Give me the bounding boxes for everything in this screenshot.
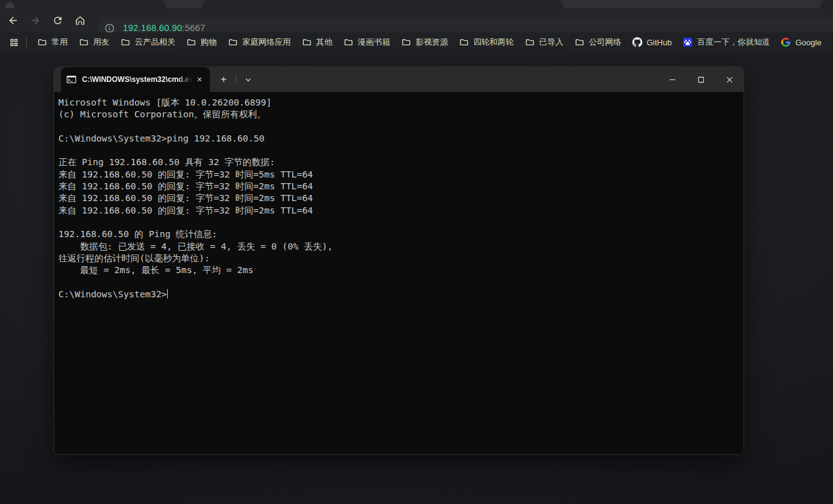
bookmark-baidu[interactable]: 百度一下，你就知道 <box>677 34 775 50</box>
back-button[interactable] <box>4 11 22 30</box>
reload-icon <box>52 15 63 26</box>
bookmark-label: 常用 <box>52 37 68 48</box>
browser-tab-strip <box>0 0 833 8</box>
terminal-line: 来自 192.168.60.50 的回复: 字节=32 时间=2ms TTL=6… <box>58 205 740 217</box>
terminal-line: 最短 = 2ms, 最长 = 5ms, 平均 = 2ms <box>58 264 740 276</box>
folder-icon <box>37 37 47 47</box>
home-button[interactable] <box>71 11 89 30</box>
bookmark-folder-comics-books[interactable]: 漫画书籍 <box>338 34 396 50</box>
bookmarks-bar: 常用 用友 云产品相关 购物 家庭网络应用 其他 漫画书籍 影视资源 四轮和两轮… <box>0 32 833 52</box>
folder-icon <box>525 37 535 47</box>
browser-tab-group[interactable] <box>202 0 563 8</box>
bookmark-label: 家庭网络应用 <box>242 37 291 48</box>
close-button[interactable] <box>715 67 744 92</box>
bookmark-google-play[interactable]: Goog <box>827 35 833 50</box>
folder-icon <box>186 37 196 47</box>
folder-icon <box>302 37 312 47</box>
baidu-icon <box>683 37 693 47</box>
back-icon <box>7 15 19 26</box>
bookmark-label: 已导入 <box>539 37 563 48</box>
terminal-tab-cmd[interactable]: C:\WINDOWS\system32\cmd.exe ✕ <box>61 67 210 92</box>
bookmark-label: 云产品相关 <box>135 37 175 48</box>
terminal-line: (c) Microsoft Corporation。保留所有权利。 <box>58 109 740 120</box>
close-icon <box>726 76 733 83</box>
bookmark-label: 购物 <box>201 37 217 48</box>
url-host: 192.168.60.90 <box>123 23 182 33</box>
tab-dropdown-button[interactable] <box>239 70 257 89</box>
browser-toolbar: 192.168.60.90:5667 <box>0 8 833 32</box>
terminal-output[interactable]: Microsoft Windows [版本 10.0.26200.6899] (… <box>54 92 744 455</box>
terminal-line <box>58 145 740 156</box>
terminal-line <box>58 217 740 228</box>
bookmark-label: Google <box>795 38 821 47</box>
terminal-line: 来自 192.168.60.50 的回复: 字节=32 时间=2ms TTL=6… <box>58 192 740 204</box>
apps-grid-icon <box>9 37 19 48</box>
bookmark-label: 公司网络 <box>589 37 621 48</box>
bookmark-folder-shopping[interactable]: 购物 <box>181 34 222 50</box>
apps-button[interactable] <box>5 34 22 51</box>
terminal-line: 正在 Ping 192.168.60.50 具有 32 字节的数据: <box>58 156 740 168</box>
chevron-down-icon <box>245 76 252 83</box>
bookmarks-divider <box>26 37 27 48</box>
folder-icon <box>344 37 353 47</box>
home-icon <box>75 15 86 26</box>
terminal-cursor <box>167 289 168 299</box>
bookmark-label: 其他 <box>316 37 332 48</box>
terminal-line: C:\Windows\System32>ping 192.168.60.50 <box>58 133 740 145</box>
bookmark-folder-cloud-products[interactable]: 云产品相关 <box>115 34 181 50</box>
bookmark-folder-vehicles[interactable]: 四轮和两轮 <box>453 34 519 50</box>
forward-button[interactable] <box>26 11 45 30</box>
maximize-button[interactable] <box>686 67 715 92</box>
bookmark-label: 百度一下，你就知道 <box>697 37 770 48</box>
terminal-prompt: C:\Windows\System32> <box>58 289 167 299</box>
site-info-icon[interactable] <box>104 23 115 34</box>
terminal-line: 数据包: 已发送 = 4, 已接收 = 4, 丢失 = 0 (0% 丢失), <box>58 241 740 253</box>
url-text[interactable]: 192.168.60.90:5667 <box>123 23 206 33</box>
bookmark-folder-imported[interactable]: 已导入 <box>519 34 569 50</box>
titlebar-separator <box>235 74 236 84</box>
bookmark-google[interactable]: Google <box>775 35 827 50</box>
folder-icon <box>459 37 469 47</box>
windows-terminal-window: C:\WINDOWS\system32\cmd.exe ✕ + Microsof… <box>53 66 744 455</box>
minimize-button[interactable] <box>658 67 686 92</box>
bookmark-folder-yongyou[interactable]: 用友 <box>73 34 115 50</box>
terminal-prompt-line: C:\Windows\System32> <box>58 289 740 300</box>
terminal-line: 来自 192.168.60.50 的回复: 字节=32 时间=5ms TTL=6… <box>58 169 740 181</box>
forward-icon <box>30 15 41 26</box>
new-tab-button[interactable]: + <box>214 70 233 89</box>
terminal-line: 往返行程的估计时间(以毫秒为单位): <box>58 253 740 264</box>
bookmark-folder-home-network-apps[interactable]: 家庭网络应用 <box>222 34 296 50</box>
cmd-icon <box>66 74 76 84</box>
folder-icon <box>228 37 238 47</box>
reload-button[interactable] <box>48 11 67 30</box>
folder-icon <box>575 37 585 47</box>
remote-desktop-viewport: C:\WINDOWS\system32\cmd.exe ✕ + Microsof… <box>0 52 833 504</box>
terminal-line: 来自 192.168.60.50 的回复: 字节=32 时间=2ms TTL=6… <box>58 181 740 192</box>
bookmark-folder-changyong[interactable]: 常用 <box>32 34 73 50</box>
terminal-line: 192.168.60.50 的 Ping 统计信息: <box>58 228 740 240</box>
bookmark-label: 漫画书籍 <box>358 37 390 48</box>
terminal-line: Microsoft Windows [版本 10.0.26200.6899] <box>58 97 740 109</box>
bookmark-folder-company-network[interactable]: 公司网络 <box>569 34 627 50</box>
bookmark-label: GitHub <box>647 38 671 47</box>
bookmark-folder-other[interactable]: 其他 <box>296 34 338 50</box>
bookmark-github[interactable]: GitHub <box>627 35 677 50</box>
browser-tab-active[interactable] <box>0 0 166 8</box>
github-icon <box>632 37 642 47</box>
browser-tab-partial[interactable] <box>820 0 833 8</box>
maximize-icon <box>698 76 704 83</box>
folder-icon <box>401 37 411 47</box>
bookmark-label: 用友 <box>93 37 109 48</box>
window-controls <box>658 67 744 92</box>
terminal-line <box>58 276 740 288</box>
google-icon <box>781 37 791 47</box>
terminal-titlebar[interactable]: C:\WINDOWS\system32\cmd.exe ✕ + <box>54 67 744 92</box>
folder-icon <box>121 37 130 47</box>
minimize-icon <box>669 76 676 83</box>
bookmark-folder-video-resources[interactable]: 影视资源 <box>396 34 453 50</box>
terminal-tab-title: C:\WINDOWS\system32\cmd.exe <box>82 75 193 84</box>
bookmark-label: 四轮和两轮 <box>473 37 514 48</box>
tab-close-button[interactable]: ✕ <box>194 74 205 85</box>
bookmark-label: 影视资源 <box>416 37 448 48</box>
remote-desktop-browser-page: { "browser": { "toolbar": { "url_host": … <box>0 0 833 504</box>
